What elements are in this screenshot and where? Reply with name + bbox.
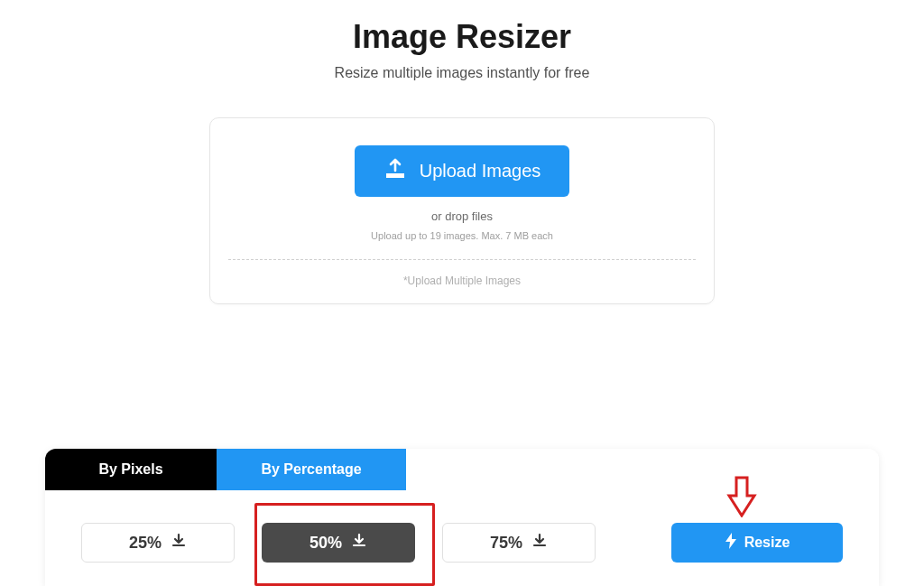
percentage-option-75[interactable]: 75% [442, 523, 596, 563]
upload-button-label: Upload Images [420, 161, 541, 181]
page-title: Image Resizer [0, 18, 924, 56]
percentage-label-50: 50% [310, 534, 342, 553]
download-icon [171, 533, 187, 553]
upload-card: Upload Images or drop files Upload up to… [209, 117, 715, 304]
drop-files-text: or drop files [228, 209, 696, 223]
upload-button[interactable]: Upload Images [355, 145, 570, 197]
lightning-icon [725, 533, 737, 553]
svg-rect-0 [386, 173, 404, 178]
tab-by-pixels[interactable]: By Pixels [45, 449, 217, 490]
upload-multiple-text: *Upload Multiple Images [228, 274, 696, 287]
resize-button-label: Resize [744, 535, 790, 551]
percentage-label-75: 75% [490, 534, 522, 553]
upload-icon [383, 158, 407, 184]
download-icon [351, 533, 367, 553]
page-subtitle: Resize multiple images instantly for fre… [0, 65, 924, 81]
tabs: By Pixels By Percentage [45, 449, 879, 490]
percentage-options-row: 25% 50% 75% [45, 490, 879, 586]
percentage-option-25[interactable]: 25% [81, 523, 235, 563]
tab-spacer [406, 449, 879, 490]
tab-by-percentage[interactable]: By Percentage [217, 449, 406, 490]
percentage-option-50[interactable]: 50% [262, 523, 415, 563]
resize-options-panel: By Pixels By Percentage 25% 50% [45, 449, 879, 586]
download-icon [531, 533, 548, 553]
percentage-label-25: 25% [129, 534, 162, 553]
resize-button[interactable]: Resize [671, 523, 843, 563]
upload-limit-text: Upload up to 19 images. Max. 7 MB each [228, 230, 696, 241]
